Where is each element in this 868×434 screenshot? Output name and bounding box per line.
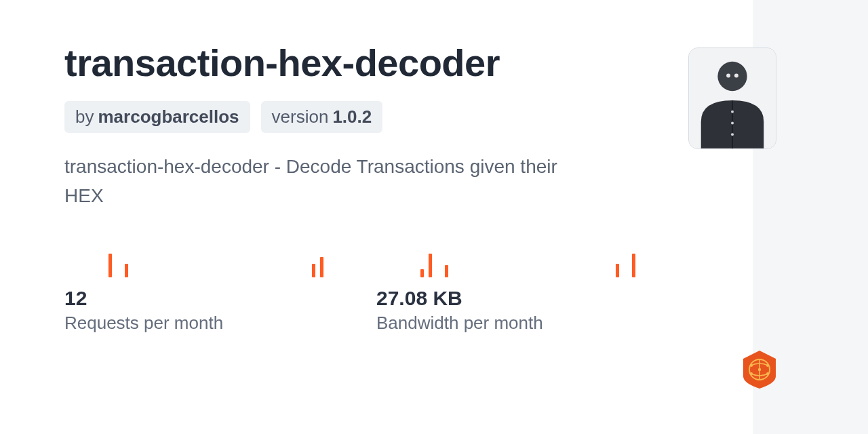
spark-bar	[320, 257, 323, 277]
author-avatar[interactable]	[688, 47, 776, 149]
svg-point-1	[717, 62, 747, 91]
package-title: transaction-hex-decoder	[64, 41, 675, 85]
spark-bar	[632, 254, 635, 277]
version-prefix: version	[272, 106, 329, 127]
svg-point-12	[766, 372, 769, 375]
svg-point-10	[766, 364, 769, 367]
svg-point-11	[750, 372, 753, 375]
requests-value: 12	[64, 287, 336, 310]
spark-bar	[429, 254, 432, 277]
requests-sparkline	[64, 243, 336, 277]
author-chip[interactable]: by marcogbarcellos	[64, 101, 250, 133]
spark-bar	[108, 254, 112, 277]
svg-point-3	[734, 74, 738, 78]
package-card: transaction-hex-decoder by marcogbarcell…	[64, 41, 675, 334]
stat-requests: 12 Requests per month	[64, 243, 336, 334]
svg-point-2	[726, 74, 730, 78]
svg-point-8	[758, 368, 761, 371]
requests-label: Requests per month	[64, 313, 336, 334]
spark-bar	[420, 269, 424, 277]
avatar-placeholder-icon	[689, 48, 776, 149]
author-name: marcogbarcellos	[98, 106, 239, 127]
svg-point-6	[731, 133, 734, 136]
svg-point-9	[750, 364, 753, 367]
version-chip[interactable]: version 1.0.2	[261, 101, 383, 133]
author-prefix: by	[75, 106, 94, 127]
spark-bar	[125, 264, 128, 277]
version-value: 1.0.2	[332, 106, 372, 127]
bandwidth-label: Bandwidth per month	[376, 313, 648, 334]
spark-bar	[616, 264, 619, 277]
jsdelivr-badge-icon	[741, 349, 778, 390]
svg-point-5	[731, 121, 734, 124]
bandwidth-sparkline	[376, 243, 648, 277]
package-description: transaction-hex-decoder - Decode Transac…	[64, 152, 580, 211]
spark-bar	[445, 265, 448, 277]
svg-point-4	[731, 111, 734, 113]
stats-row: 12 Requests per month 27.08 KB Bandwidth…	[64, 243, 675, 334]
meta-chips: by marcogbarcellos version 1.0.2	[64, 101, 675, 133]
stat-bandwidth: 27.08 KB Bandwidth per month	[376, 243, 648, 334]
spark-bar	[312, 264, 315, 277]
bandwidth-value: 27.08 KB	[376, 287, 648, 310]
